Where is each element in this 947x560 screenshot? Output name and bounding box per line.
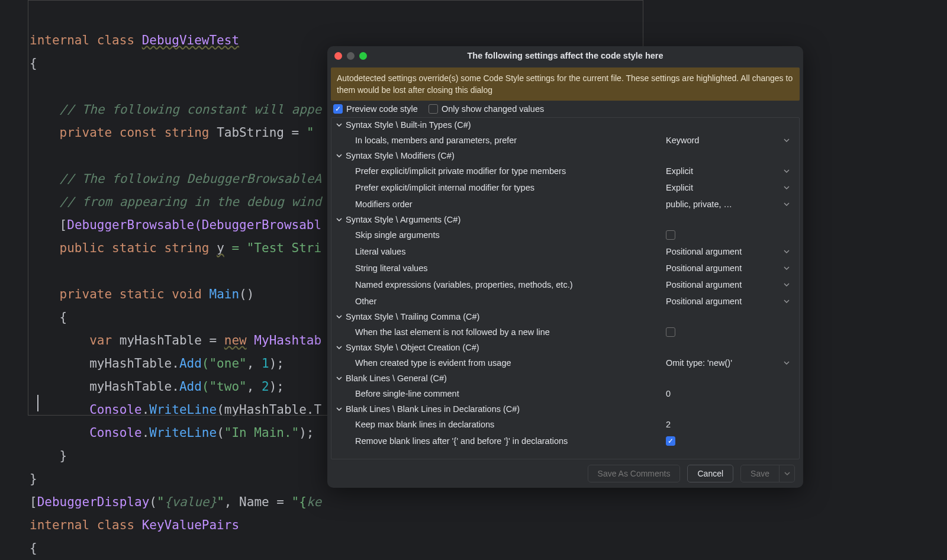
settings-row: Named expressions (variables, properties… <box>331 276 799 293</box>
select-value: Explicit <box>666 166 693 176</box>
setting-label: String literal values <box>355 263 666 273</box>
settings-row: OtherPositional argument <box>331 293 799 310</box>
save-dropdown-button <box>779 465 795 482</box>
chevron-down-icon <box>336 153 342 159</box>
setting-value-select[interactable]: public, private, … <box>666 199 793 209</box>
setting-label: Remove blank lines after '{' and before … <box>355 436 666 446</box>
chevron-down-icon <box>784 471 790 477</box>
settings-group-header[interactable]: Syntax Style \ Trailing Comma (C#) <box>331 310 799 324</box>
settings-row: Prefer explicit/implicit internal modifi… <box>331 179 799 196</box>
chevron-down-icon <box>784 183 790 192</box>
setting-label: Modifiers order <box>355 199 666 209</box>
chevron-down-icon <box>784 358 790 368</box>
cancel-button[interactable]: Cancel <box>687 465 733 482</box>
settings-group-header[interactable]: Syntax Style \ Modifiers (C#) <box>331 149 799 163</box>
settings-group-header[interactable]: Syntax Style \ Object Creation (C#) <box>331 340 799 355</box>
setting-value-select[interactable]: Positional argument <box>666 247 793 256</box>
setting-value-select[interactable]: Explicit <box>666 183 793 192</box>
maximize-icon[interactable] <box>359 52 367 60</box>
checkbox-icon[interactable] <box>333 104 343 114</box>
setting-value-checkbox[interactable] <box>666 436 675 446</box>
select-value: Keyword <box>666 136 699 145</box>
save-button: Save <box>740 465 779 482</box>
settings-row: Prefer explicit/implicit private modifie… <box>331 163 799 179</box>
close-icon[interactable] <box>334 52 342 60</box>
checkbox-label: Only show changed values <box>442 104 544 114</box>
save-as-comments-button: Save As Comments <box>588 465 681 482</box>
setting-label: Literal values <box>355 247 666 256</box>
text-cursor <box>37 395 38 411</box>
setting-label: Other <box>355 297 666 306</box>
group-title: Syntax Style \ Modifiers (C#) <box>346 151 455 160</box>
settings-group-header[interactable]: Syntax Style \ Built-in Types (C#) <box>331 118 799 132</box>
group-title: Blank Lines \ Blank Lines in Declaration… <box>346 404 520 414</box>
chevron-down-icon <box>336 345 342 350</box>
chevron-down-icon <box>784 297 790 306</box>
setting-value-select[interactable]: Positional argument <box>666 263 793 273</box>
setting-label: Before single-line comment <box>355 389 666 398</box>
code-style-settings-dialog: The following settings affect the code s… <box>327 46 803 488</box>
settings-group-header[interactable]: Blank Lines \ General (C#) <box>331 371 799 385</box>
setting-label: Skip single arguments <box>355 230 666 240</box>
chevron-down-icon <box>336 406 342 412</box>
settings-row: Skip single arguments <box>331 227 799 243</box>
chevron-down-icon <box>784 280 790 289</box>
settings-row: String literal valuesPositional argument <box>331 260 799 276</box>
preview-code-style-checkbox[interactable]: Preview code style <box>333 104 418 114</box>
chevron-down-icon <box>784 247 790 256</box>
checkbox-icon[interactable] <box>429 104 438 114</box>
chevron-down-icon <box>336 375 342 381</box>
setting-value-checkbox[interactable] <box>666 327 675 337</box>
chevron-down-icon <box>784 263 790 273</box>
group-title: Blank Lines \ General (C#) <box>346 374 447 383</box>
settings-row: Before single-line comment0 <box>331 385 799 402</box>
checkbox-label: Preview code style <box>346 104 418 114</box>
select-value: public, private, … <box>666 199 732 209</box>
group-title: Syntax Style \ Built-in Types (C#) <box>346 120 471 130</box>
select-value: Positional argument <box>666 263 742 273</box>
chevron-down-icon <box>784 199 790 209</box>
settings-row: Literal valuesPositional argument <box>331 243 799 260</box>
setting-value-select[interactable]: Positional argument <box>666 297 793 306</box>
dialog-title: The following settings affect the code s… <box>334 51 796 60</box>
setting-label: Keep max blank lines in declarations <box>355 420 666 429</box>
chevron-down-icon <box>336 314 342 320</box>
minimize-icon <box>347 52 355 60</box>
select-value: Omit type: 'new()' <box>666 358 732 368</box>
group-title: Syntax Style \ Trailing Comma (C#) <box>346 312 479 321</box>
only-show-changed-checkbox[interactable]: Only show changed values <box>429 104 544 114</box>
settings-group-header[interactable]: Syntax Style \ Arguments (C#) <box>331 213 799 227</box>
setting-value-select[interactable]: Positional argument <box>666 280 793 289</box>
setting-value-select[interactable]: Explicit <box>666 166 793 176</box>
setting-label: Named expressions (variables, properties… <box>355 280 666 289</box>
setting-value-select[interactable]: Keyword <box>666 136 793 145</box>
setting-value-checkbox[interactable] <box>666 230 675 240</box>
settings-tree[interactable]: Syntax Style \ Built-in Types (C#)In loc… <box>331 117 800 459</box>
settings-row: In locals, members and parameters, prefe… <box>331 132 799 149</box>
dialog-toolbar: Preview code style Only show changed val… <box>327 101 803 116</box>
select-value: Explicit <box>666 183 693 192</box>
setting-value-select[interactable]: Omit type: 'new()' <box>666 358 793 368</box>
setting-label: When created type is evident from usage <box>355 358 666 368</box>
chevron-down-icon <box>784 166 790 176</box>
settings-row: Remove blank lines after '{' and before … <box>331 433 799 449</box>
setting-label: Prefer explicit/implicit private modifie… <box>355 166 666 176</box>
settings-row: When the last element is not followed by… <box>331 324 799 340</box>
chevron-down-icon <box>336 217 342 223</box>
select-value: Positional argument <box>666 280 742 289</box>
setting-label: Prefer explicit/implicit internal modifi… <box>355 183 666 192</box>
group-title: Syntax Style \ Object Creation (C#) <box>346 343 479 352</box>
chevron-down-icon <box>784 136 790 145</box>
select-value: Positional argument <box>666 297 742 306</box>
dialog-button-bar: Save As Comments Cancel Save <box>327 459 803 488</box>
settings-row: Keep max blank lines in declarations2 <box>331 416 799 433</box>
setting-value-text[interactable]: 0 <box>666 389 793 398</box>
settings-row: Modifiers orderpublic, private, … <box>331 196 799 213</box>
select-value: Positional argument <box>666 247 742 256</box>
group-title: Syntax Style \ Arguments (C#) <box>346 215 460 224</box>
setting-label: In locals, members and parameters, prefe… <box>355 136 666 145</box>
setting-label: When the last element is not followed by… <box>355 327 666 337</box>
setting-value-text[interactable]: 2 <box>666 420 793 429</box>
dialog-titlebar[interactable]: The following settings affect the code s… <box>327 46 803 65</box>
settings-group-header[interactable]: Blank Lines \ Blank Lines in Declaration… <box>331 402 799 416</box>
